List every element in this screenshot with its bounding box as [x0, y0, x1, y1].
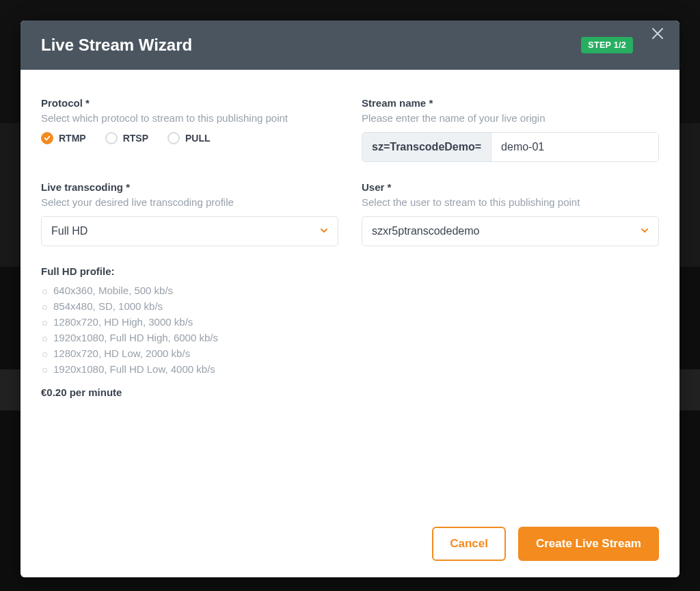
chevron-down-icon — [320, 225, 328, 237]
header-right: STEP 1/2 — [581, 36, 659, 54]
profile-title: Full HD profile: — [41, 265, 338, 277]
user-hint: Select the user to stream to this publis… — [362, 196, 659, 208]
stream-name-label: Stream name * — [362, 97, 659, 109]
modal-footer: Cancel Create Live Stream — [21, 514, 679, 577]
protocol-hint: Select which protocol to stream to this … — [41, 112, 338, 124]
protocol-label: Protocol * — [41, 97, 338, 109]
profile-item: 640x360, Mobile, 500 kb/s — [41, 283, 338, 298]
modal-title: Live Stream Wizard — [41, 36, 192, 55]
protocol-field: Protocol * Select which protocol to stre… — [41, 97, 338, 162]
modal-body: Protocol * Select which protocol to stre… — [21, 70, 679, 514]
stream-name-input[interactable] — [492, 133, 658, 161]
stream-name-input-group: sz=TranscodeDemo= — [362, 132, 659, 162]
user-field: User * Select the user to stream to this… — [362, 181, 659, 246]
stream-name-field: Stream name * Please enter the name of y… — [362, 97, 659, 162]
radio-icon — [41, 132, 53, 144]
profile-item: 1920x1080, Full HD High, 6000 kb/s — [41, 330, 338, 345]
live-stream-wizard-modal: Live Stream Wizard STEP 1/2 Protocol * S… — [21, 21, 679, 577]
radio-label: RTMP — [59, 133, 86, 144]
transcoding-selected-value: Full HD — [51, 225, 88, 237]
profile-item: 1920x1080, Full HD Low, 4000 kb/s — [41, 361, 338, 377]
transcoding-field: Live transcoding * Select your desired l… — [41, 181, 338, 246]
user-label: User * — [362, 181, 659, 193]
protocol-option-rtsp[interactable]: RTSP — [105, 132, 148, 144]
transcoding-label: Live transcoding * — [41, 181, 338, 193]
radio-icon — [105, 132, 118, 144]
profile-item: 854x480, SD, 1000 kb/s — [41, 298, 338, 314]
user-selected-value: szxr5ptranscodedemo — [372, 225, 479, 237]
transcoding-hint: Select your desired live transcoding pro… — [41, 196, 338, 208]
cancel-button[interactable]: Cancel — [432, 527, 506, 561]
profile-block: Full HD profile: 640x360, Mobile, 500 kb… — [41, 265, 338, 398]
chevron-down-icon — [641, 225, 649, 237]
profile-list: 640x360, Mobile, 500 kb/s 854x480, SD, 1… — [41, 283, 338, 377]
close-icon[interactable] — [651, 25, 664, 43]
profile-price: €0.20 per minute — [41, 386, 338, 398]
radio-label: RTSP — [123, 133, 148, 144]
stream-name-hint: Please enter the name of your live origi… — [362, 112, 659, 124]
create-live-stream-button[interactable]: Create Live Stream — [518, 527, 659, 561]
protocol-options: RTMP RTSP PULL — [41, 132, 338, 144]
modal-header: Live Stream Wizard STEP 1/2 — [21, 21, 679, 70]
radio-icon — [167, 132, 180, 144]
profile-item: 1280x720, HD High, 3000 kb/s — [41, 314, 338, 330]
user-select[interactable]: szxr5ptranscodedemo — [362, 216, 659, 246]
transcoding-select[interactable]: Full HD — [41, 216, 338, 246]
radio-label: PULL — [185, 133, 211, 144]
stream-name-prefix: sz=TranscodeDemo= — [362, 133, 492, 161]
profile-item: 1280x720, HD Low, 2000 kb/s — [41, 345, 338, 361]
protocol-option-pull[interactable]: PULL — [167, 132, 211, 144]
protocol-option-rtmp[interactable]: RTMP — [41, 132, 86, 144]
step-badge: STEP 1/2 — [581, 37, 633, 53]
